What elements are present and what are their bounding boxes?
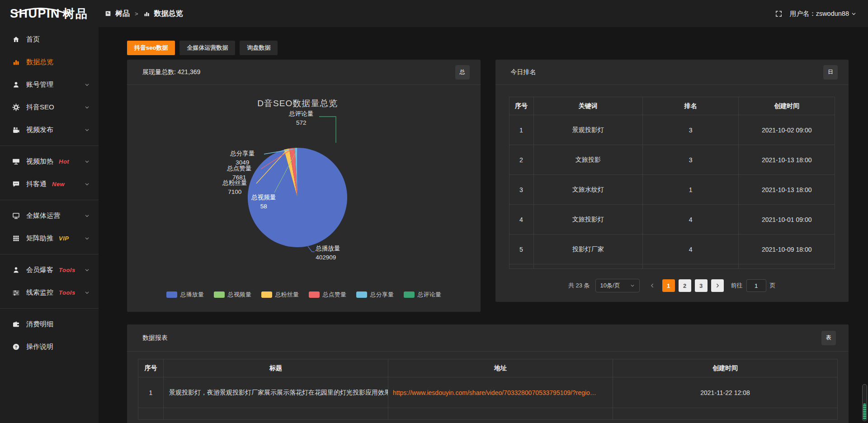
sidebar-item-8[interactable]: 全媒体运营 [0,204,99,227]
breadcrumb-separator: > [134,10,139,17]
sidebar-item-label: 账号管理 [26,80,53,89]
legend-item-总点赞量[interactable]: 总点赞量 [309,291,346,299]
table-row: 2文旅投影32021-10-13 18:00 [509,145,835,175]
legend-item-总播放量[interactable]: 总播放量 [166,291,204,299]
sidebar-item-label: 全媒体运营 [26,212,60,220]
column-header: 序号 [138,359,164,377]
pagination: 共 23 条 10条/页 123 前往 1 页 [495,279,849,292]
tab-1[interactable]: 抖音seo数据 [127,41,175,55]
chat-icon [12,180,20,188]
sidebar-item-2[interactable]: 数据总览 [0,51,99,73]
daily-view-button[interactable]: 日 [823,65,838,80]
table-cell: 3 [642,145,739,175]
legend-item-总粉丝量[interactable]: 总粉丝量 [261,291,299,299]
impressions-total-label: 展现量总数: 421,369 [142,68,200,76]
table-cell [642,264,739,269]
pie-leader-line [308,246,315,252]
goto-page-input[interactable]: 1 [746,279,766,292]
main-content: 抖音seo数据全媒体运营数据询盘数据 展现量总数: 421,369 总 D音SE… [99,27,868,423]
sidebar-item-12[interactable]: 消费明细 [0,313,99,335]
question-icon: ? [12,343,20,351]
legend-swatch [214,291,225,298]
column-header: 关键词 [533,97,642,115]
scrollbar-thumb[interactable] [863,404,866,420]
wallet-icon [12,320,20,328]
table-cell: 4 [642,205,739,235]
user-menu[interactable]: 用户名：zswodun88 [790,9,856,18]
top-bar: SHUPIN 树品 树品 > 数据总览 用户名：zswodun88 [0,0,868,27]
legend-item-总分享量[interactable]: 总分享量 [356,291,394,299]
scrollbar[interactable] [862,384,867,421]
video-camera-icon [12,126,20,134]
table-cell: 文旅水纹灯 [533,175,642,205]
legend-swatch [166,291,177,298]
sidebar-item-label: 抖音SEO [26,103,54,112]
sidebar-item-3[interactable]: 账号管理 [0,73,99,96]
chevron-down-icon [85,82,90,87]
pie-label-总评论量: 总评论量572 [283,109,319,127]
legend-item-总评论量[interactable]: 总评论量 [404,291,441,299]
total-view-button[interactable]: 总 [455,65,470,80]
sidebar-item-label: 消费明细 [26,320,53,329]
table-cell: 1 [509,115,533,145]
tab-2[interactable]: 全媒体运营数据 [179,41,235,55]
sidebar-divider [0,308,99,309]
table-cell: 2021-10-02 09:00 [739,115,835,145]
svg-text:?: ? [15,344,18,349]
goto-label: 前往 [731,282,743,290]
member-icon [12,266,20,274]
sidebar-item-9[interactable]: 矩阵助推VIP [0,227,99,249]
ranking-table-body: 1景观投影灯32021-10-02 09:002文旅投影32021-10-13 … [509,115,835,269]
breadcrumb-item-home[interactable]: 树品 [115,9,130,19]
bar-chart-icon [143,10,150,17]
sidebar-item-label: 视频加热 [26,157,53,166]
sidebar-item-label: 视频发布 [26,126,53,134]
page-button-2[interactable]: 2 [679,279,691,292]
table-cell: 4 [509,205,533,235]
legend-label: 总分享量 [370,291,394,299]
sidebar-item-label: 线索监控 [26,288,53,297]
sidebar-item-10[interactable]: 会员爆客Tools [0,258,99,281]
legend-swatch [404,291,415,298]
ranking-table: 序号关键词排名创建时间 1景观投影灯32021-10-02 09:002文旅投影… [509,97,835,269]
pie-label-value: 7681 [219,173,259,182]
sidebar-item-11[interactable]: 线索监控Tools [0,281,99,304]
sidebar-item-label: 抖客通 [26,180,47,188]
page-size-value: 10条/页 [600,282,620,290]
fullscreen-icon[interactable] [775,10,783,18]
next-page-button[interactable] [711,279,724,292]
chevron-down-icon [851,11,856,16]
table-row: 3文旅水纹灯12021-10-13 18:00 [509,175,835,205]
chevron-down-icon [85,159,90,164]
link-cell[interactable]: https://www.iesdouyin.com/share/video/70… [388,377,613,408]
table-cell: 景观投影灯，夜游景观投影灯厂家展示展示落花灯在花园里的灯光投影应用效果 # [164,377,388,408]
tab-3[interactable]: 询盘数据 [240,41,278,55]
table-cell: 2021-10-13 18:00 [739,145,835,175]
page-button-1[interactable]: 1 [662,279,675,292]
sidebar-divider [0,254,99,254]
page-button-3[interactable]: 3 [695,279,708,292]
sidebar-item-5[interactable]: 视频发布 [0,118,99,141]
sidebar-item-13[interactable]: ?操作说明 [0,335,99,358]
legend-swatch [309,291,320,298]
sidebar-item-4[interactable]: 抖音SEO [0,96,99,118]
page-size-select[interactable]: 10条/页 [595,279,640,292]
pagination-total: 共 23 条 [568,282,590,290]
sidebar-item-1[interactable]: 首页 [0,28,99,51]
home-icon [12,36,20,43]
sidebar-item-7[interactable]: 抖客通New [0,173,99,195]
prev-page-button[interactable] [646,279,659,292]
legend-swatch [356,291,367,298]
table-header-row: 序号关键词排名创建时间 [509,97,835,115]
ranking-panel-title: 今日排名 [511,68,536,76]
table-cell: 3 [509,175,533,205]
column-header: 创建时间 [739,97,835,115]
table-cell: 2021-11-22 12:08 [613,377,838,408]
column-header: 序号 [509,97,533,115]
chart-panel: 展现量总数: 421,369 总 D音SEO数据量总览 总播放量402909总视… [127,60,481,312]
legend-item-总视频量[interactable]: 总视频量 [214,291,251,299]
table-header-row: 序号标题地址创建时间 [138,359,838,377]
sidebar-item-6[interactable]: 视频加热Hot [0,150,99,173]
monitor-icon [12,212,20,220]
table-view-button[interactable]: 表 [821,331,836,345]
